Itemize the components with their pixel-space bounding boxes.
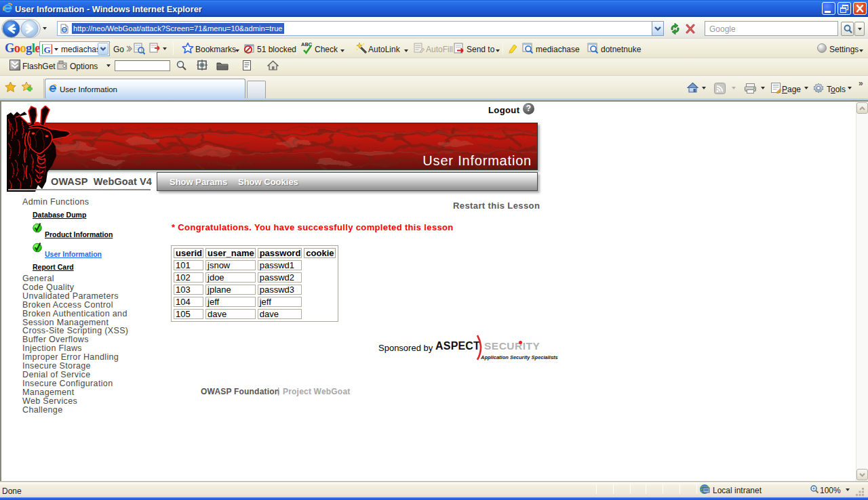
svg-text:User Information: User Information xyxy=(422,153,532,168)
svg-text:G: G xyxy=(44,45,51,55)
